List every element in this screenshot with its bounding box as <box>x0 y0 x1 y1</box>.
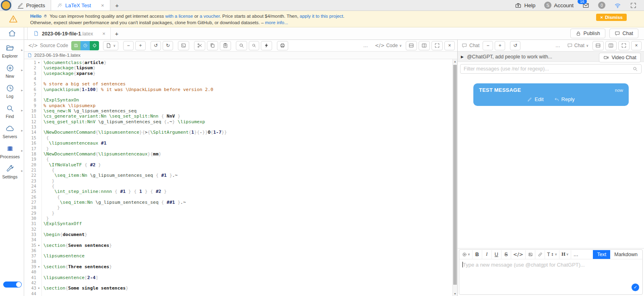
code-line[interactable]: 26 { <box>24 195 452 200</box>
chatgpt-button[interactable] <box>90 41 99 50</box>
strikethrough-button[interactable]: S <box>502 250 511 259</box>
timetravel-button[interactable] <box>80 41 90 50</box>
code-line[interactable]: 13 <box>24 124 452 130</box>
help-button[interactable]: Help <box>515 2 535 9</box>
bold-button[interactable]: B <box>473 250 482 259</box>
insert-menu-button[interactable]: ∨ <box>460 250 473 259</box>
code-line[interactable]: 36 <box>24 248 452 253</box>
close-tab-icon[interactable]: × <box>101 2 104 8</box>
code-line[interactable]: 38 <box>24 259 452 264</box>
sidebar-item-find[interactable]: Find▸ <box>0 100 24 120</box>
new-top-tab-button[interactable]: + <box>110 0 124 10</box>
code-line[interactable]: 37 \lipsumsentence <box>24 253 452 259</box>
italic-button[interactable]: I <box>482 250 492 259</box>
chat-more-actions-button[interactable]: … <box>553 41 563 50</box>
code-line[interactable]: 30 } <box>24 216 452 221</box>
sidebar-item-servers[interactable]: Servers▸ <box>0 120 24 141</box>
video-chat-button[interactable]: Video Chat <box>599 53 641 62</box>
sidebar-item-settings[interactable]: Settings▸ <box>0 161 24 181</box>
paste-button[interactable] <box>220 41 231 50</box>
code-line[interactable]: 18 \NewDocumentCommand{\lipsumsentenceau… <box>24 151 452 157</box>
code-line[interactable]: 29 } <box>24 211 452 216</box>
split-col-button[interactable] <box>419 41 430 50</box>
redo-button[interactable]: ↻ <box>163 41 173 50</box>
chat-frame-type-dropdown[interactable]: Chat ∨ <box>565 41 591 50</box>
save-button[interactable] <box>71 41 80 50</box>
publish-button[interactable]: Publish <box>570 29 605 38</box>
code-line[interactable]: 28 } <box>24 205 452 210</box>
copy-button[interactable] <box>207 41 218 50</box>
code-line[interactable]: 12 \seq_gset_split:NnV \g_lipsum_sentenc… <box>24 119 452 124</box>
editor-scrollbar[interactable]: ▲ ▼ <box>452 59 457 296</box>
caret-right-icon[interactable]: ▸ <box>21 68 23 72</box>
undo-button[interactable]: ↺ <box>151 41 161 50</box>
split-row-button[interactable] <box>406 41 417 50</box>
caret-right-icon[interactable]: ▸ <box>21 128 23 132</box>
format-button[interactable] <box>261 41 272 50</box>
dark-mode-toggle[interactable] <box>3 282 22 288</box>
code-area[interactable]: 1▾\documentclass{article}2 \usepackage{l… <box>24 59 457 296</box>
zoom-out-button[interactable]: − <box>123 41 134 50</box>
tab-latex-test[interactable]: LaTeX Test × <box>51 0 110 10</box>
close-file-icon[interactable]: × <box>102 31 105 37</box>
banner-link[interactable]: apply it to this project <box>300 14 343 19</box>
reply-message-button[interactable]: Reply <box>554 96 575 102</box>
code-line[interactable]: 25 \int_step_inline:nnnn { #1 } { 1 } { … <box>24 189 452 194</box>
add-collaborators-text[interactable]: @ChatGPT, add people to work with... <box>467 54 552 60</box>
composer-box[interactable]: ∨ B I U S </> T↕ <box>459 249 643 295</box>
code-line[interactable]: 23 } <box>24 178 452 184</box>
print-button[interactable] <box>277 41 288 50</box>
caret-right-icon[interactable]: ▸ <box>21 108 23 112</box>
code-line[interactable]: 40 <box>24 269 452 275</box>
code-line[interactable]: 22 \seq_item:Nn \g_lipsum_sentences_seq … <box>24 173 452 178</box>
code-line[interactable]: 42 <box>24 280 452 286</box>
banner-link[interactable]: more info... <box>265 20 288 25</box>
frame-close-button[interactable]: × <box>444 41 455 50</box>
insert-image-button[interactable] <box>526 250 535 259</box>
caret-right-icon[interactable]: ▸ <box>21 169 23 173</box>
chat-zoom-out-button[interactable]: − <box>483 41 493 50</box>
code-line[interactable]: 41 \lipsumsentence[2-4] <box>24 275 452 280</box>
sidebar-item-log[interactable]: Log▸ <box>0 80 24 100</box>
search-button[interactable] <box>236 41 247 50</box>
filter-box[interactable] <box>460 64 642 74</box>
insert-link-button[interactable] <box>535 250 545 259</box>
caret-right-icon[interactable]: ▸ <box>21 149 23 153</box>
code-line[interactable]: 43▾\section{Some single sentences} <box>24 286 452 291</box>
fold-arrow-icon[interactable]: ▾ <box>36 60 41 65</box>
collaborators-row[interactable]: ▶ @ChatGPT, add people to work with... V… <box>458 52 644 62</box>
code-format-button[interactable]: </> <box>511 250 526 259</box>
code-line[interactable]: 14 \NewDocumentCommand{\lipsumsentence}{… <box>24 130 452 135</box>
code-line[interactable]: 16 \lipsumsentenceaux #1 <box>24 141 452 146</box>
cocalc-logo[interactable] <box>0 0 12 10</box>
code-line[interactable]: 15 { <box>24 135 452 141</box>
composer-more-button[interactable]: … <box>571 250 581 259</box>
new-file-tab-button[interactable]: + <box>111 30 123 37</box>
sidebar-item-processes[interactable]: Processes▸ <box>0 141 24 161</box>
cut-button[interactable] <box>194 41 205 50</box>
search-files-button[interactable] <box>249 41 259 50</box>
message-input[interactable]: Type a new message (use @chatgpt for Cha… <box>459 259 642 294</box>
code-line[interactable]: 3 \usepackage{xparse} <box>24 71 452 76</box>
caret-right-icon[interactable]: ▸ <box>21 48 23 52</box>
code-line[interactable]: 39▾\section{Three sentences} <box>24 264 452 269</box>
code-line[interactable]: 4 <box>24 76 452 81</box>
code-line[interactable]: 44 <box>24 291 452 296</box>
code-line[interactable]: 9 % unpack \lipsumexp <box>24 103 452 108</box>
chat-fullscreen-button[interactable] <box>618 41 630 50</box>
heading-dropdown[interactable]: H ∨ <box>559 250 571 259</box>
edit-message-button[interactable]: Edit <box>527 96 543 102</box>
code-line[interactable]: 8 \ExplSyntaxOn <box>24 97 452 103</box>
file-menu-button[interactable]: ∨ <box>103 41 118 50</box>
code-line[interactable]: 33 \begin{document} <box>24 232 452 237</box>
sidebar-item-explorer[interactable]: Explorer▸ <box>0 40 24 60</box>
terminal-button[interactable] <box>178 41 189 50</box>
scrollbar-thumb[interactable] <box>453 65 457 285</box>
code-line[interactable]: 10 \seq_new:N \g_lipsum_sentences_seq <box>24 108 452 114</box>
home-button[interactable] <box>0 27 24 40</box>
banner-link[interactable]: a voucher <box>200 14 220 19</box>
code-line[interactable]: 31 \ExplSyntaxOff <box>24 221 452 226</box>
code-line[interactable]: 5 % store a big set of sentences <box>24 81 452 87</box>
frame-fullscreen-button[interactable] <box>431 41 443 50</box>
file-tab[interactable]: 2023-06-19-file-1.latex × <box>27 27 111 39</box>
